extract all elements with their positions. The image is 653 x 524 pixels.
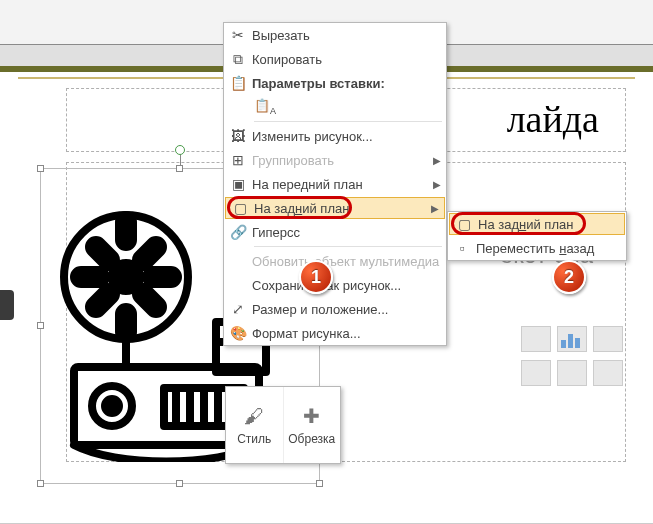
context-menu: ✂ Вырезать ⧉ Копировать 📋 Параметры вста… <box>223 22 447 346</box>
insert-video-icon[interactable] <box>593 360 623 386</box>
menu-paste-options-header: 📋 Параметры вставки: <box>224 71 446 95</box>
mini-toolbar: 🖌 Стиль ✚ Обрезка <box>225 386 341 464</box>
menu-label: Параметры вставки: <box>252 76 446 91</box>
menu-copy[interactable]: ⧉ Копировать <box>224 47 446 71</box>
menu-label: На задний план <box>254 201 426 216</box>
annotation-badge-1: 1 <box>299 260 333 294</box>
menu-label: Сохранить как рисунок... <box>252 278 446 293</box>
crop-icon: ✚ <box>303 404 320 428</box>
annotation-badge-2: 2 <box>552 260 586 294</box>
menu-label: Вырезать <box>252 28 446 43</box>
send-back-icon: ▢ <box>450 216 478 232</box>
size-position-icon: ⤢ <box>224 301 252 317</box>
menu-cut[interactable]: ✂ Вырезать <box>224 23 446 47</box>
bring-front-icon: ▣ <box>224 176 252 192</box>
menu-label: Группировать <box>252 153 428 168</box>
menu-label: Копировать <box>252 52 446 67</box>
menu-paste-option[interactable]: 📋A <box>224 95 446 119</box>
send-backward-icon: ▫ <box>448 240 476 256</box>
insert-table-icon[interactable] <box>521 326 551 352</box>
svg-point-5 <box>105 399 119 413</box>
hyperlink-icon: 🔗 <box>224 224 252 240</box>
menu-label: Обновить объект мультимедиа <box>252 254 446 269</box>
menu-format-picture[interactable]: 🎨 Формат рисунка... <box>224 321 446 345</box>
badge-number: 1 <box>301 262 331 292</box>
side-tab[interactable] <box>0 290 14 320</box>
resize-handle[interactable] <box>37 322 44 329</box>
menu-separator <box>254 121 442 122</box>
group-icon: ⊞ <box>224 152 252 168</box>
resize-handle[interactable] <box>37 165 44 172</box>
format-picture-icon: 🎨 <box>224 325 252 341</box>
insert-chart-icon[interactable] <box>557 326 587 352</box>
paste-icon: 📋 <box>224 75 252 91</box>
menu-label: Изменить рисунок... <box>252 129 446 144</box>
menu-label: На передний план <box>252 177 428 192</box>
insert-smartart-icon[interactable] <box>593 326 623 352</box>
resize-handle[interactable] <box>316 480 323 487</box>
menu-update-media: Обновить объект мультимедиа <box>224 249 446 273</box>
menu-label: Переместить назад <box>476 241 626 256</box>
title-text: лайда <box>507 97 599 141</box>
resize-handle[interactable] <box>176 480 183 487</box>
cut-icon: ✂ <box>224 27 252 43</box>
mini-style-button[interactable]: 🖌 Стиль <box>226 387 284 463</box>
menu-label: Гиперсс <box>252 225 446 240</box>
mini-crop-button[interactable]: ✚ Обрезка <box>284 387 341 463</box>
placeholder-insert-icons-row1 <box>521 326 623 352</box>
submenu-send-backward[interactable]: ▫ Переместить назад <box>448 236 626 260</box>
menu-bring-to-front[interactable]: ▣ На передний план ▶ <box>224 172 446 196</box>
resize-handle[interactable] <box>37 480 44 487</box>
menu-hyperlink[interactable]: 🔗 Гиперсс <box>224 220 446 244</box>
send-to-back-submenu: ▢ На задний план ▫ Переместить назад <box>447 211 627 261</box>
menu-save-as-picture[interactable]: Сохранить как рисунок... <box>224 273 446 297</box>
submenu-arrow-icon: ▶ <box>428 155 446 166</box>
menu-size-position[interactable]: ⤢ Размер и положение... <box>224 297 446 321</box>
mini-label: Стиль <box>237 432 271 446</box>
placeholder-insert-icons-row2 <box>521 360 623 386</box>
menu-label: Формат рисунка... <box>252 326 446 341</box>
menu-separator <box>254 246 442 247</box>
send-back-icon: ▢ <box>226 200 254 216</box>
submenu-arrow-icon: ▶ <box>426 203 444 214</box>
paste-picture-icon: 📋A <box>252 98 446 116</box>
menu-label: На задний план <box>478 217 624 232</box>
menu-group: ⊞ Группировать ▶ <box>224 148 446 172</box>
insert-online-picture-icon[interactable] <box>557 360 587 386</box>
change-picture-icon: 🖼 <box>224 128 252 144</box>
menu-change-picture[interactable]: 🖼 Изменить рисунок... <box>224 124 446 148</box>
rotate-handle[interactable] <box>175 145 185 155</box>
menu-label: Размер и положение... <box>252 302 446 317</box>
badge-number: 2 <box>554 262 584 292</box>
submenu-send-to-back[interactable]: ▢ На задний план <box>449 213 625 235</box>
copy-icon: ⧉ <box>224 51 252 68</box>
insert-picture-icon[interactable] <box>521 360 551 386</box>
menu-send-to-back[interactable]: ▢ На задний план ▶ <box>225 197 445 219</box>
style-icon: 🖌 <box>244 405 264 428</box>
mini-label: Обрезка <box>288 432 335 446</box>
submenu-arrow-icon: ▶ <box>428 179 446 190</box>
resize-handle[interactable] <box>176 165 183 172</box>
